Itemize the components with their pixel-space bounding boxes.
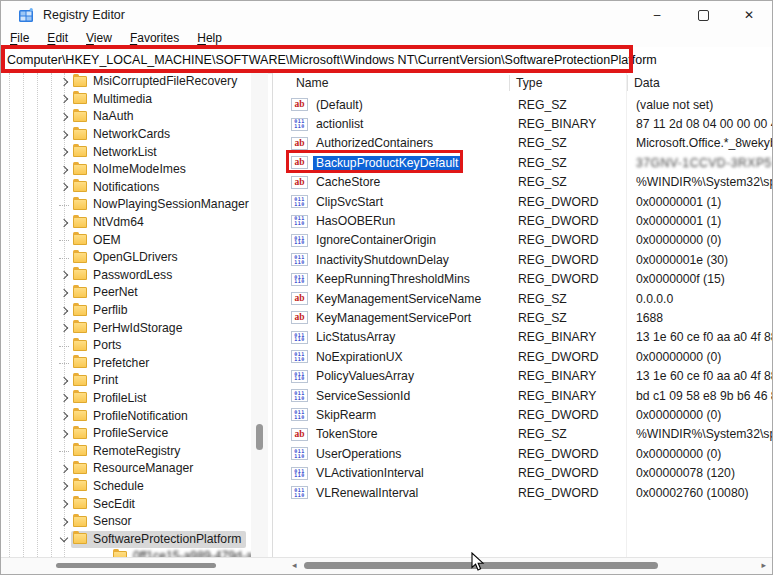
tree-item-networklist[interactable]: NetworkList — [1, 143, 251, 161]
tree-expander-chevron-right-icon[interactable] — [57, 75, 71, 89]
menu-item-file[interactable]: File — [1, 31, 38, 45]
tree-item-profilelist[interactable]: ProfileList — [1, 390, 251, 408]
tree-item-profileservice[interactable]: ProfileService — [1, 425, 251, 443]
tree-expander-chevron-right-icon[interactable] — [57, 304, 71, 318]
tree-expander-chevron-right-icon[interactable] — [57, 110, 71, 124]
tree-expander-chevron-right-icon[interactable] — [57, 145, 71, 159]
tree-item-networkcards[interactable]: NetworkCards — [1, 126, 251, 144]
column-header-separator[interactable] — [509, 75, 510, 91]
address-bar[interactable]: Computer\HKEY_LOCAL_MACHINE\SOFTWARE\Mic… — [1, 47, 772, 74]
menu-item-favorites[interactable]: Favorites — [121, 31, 188, 45]
tree-expander-chevron-right-icon[interactable] — [57, 497, 71, 511]
tree-expander-chevron-down-icon[interactable] — [57, 532, 71, 546]
tree-expander-chevron-right-icon[interactable] — [57, 286, 71, 300]
value-row-actionlist[interactable]: 011110actionlistREG_BINARY87 11 2d 08 04… — [273, 114, 772, 133]
value-row-vlrenewalinterval[interactable]: 011110VLRenewalIntervalREG_DWORD0x000027… — [273, 483, 772, 502]
tree-item-naauth[interactable]: NaAuth — [1, 108, 251, 126]
tree-item-softwareprotectionplatform[interactable]: SoftwareProtectionPlatform — [1, 530, 251, 548]
column-header-separator[interactable] — [627, 75, 628, 91]
tree-expander-chevron-right-icon[interactable] — [57, 391, 71, 405]
tree-item-nowplayingsessionmanager[interactable]: NowPlayingSessionManager — [1, 196, 251, 214]
tree-expander-chevron-right-icon[interactable] — [57, 321, 71, 335]
tree-item-noimemodeimes[interactable]: NoImeModeImes — [1, 161, 251, 179]
tree-expander-chevron-right-icon[interactable] — [57, 374, 71, 388]
menu-item-edit[interactable]: Edit — [38, 31, 77, 45]
menu-item-help[interactable]: Help — [188, 31, 231, 45]
tree-item-print[interactable]: Print — [1, 372, 251, 390]
maximize-button[interactable] — [680, 1, 726, 29]
tree-item-secedit[interactable]: SecEdit — [1, 495, 251, 513]
value-name-cell: LicStatusArray — [313, 330, 518, 344]
value-type-cell: REG_SZ — [518, 427, 636, 441]
tree-item-sensor[interactable]: Sensor — [1, 513, 251, 531]
scroll-right-arrow-icon[interactable]: ▸ — [761, 560, 766, 570]
tree-item-label: Print — [93, 373, 118, 387]
tree-expander-chevron-right-icon[interactable] — [57, 462, 71, 476]
tree-item-profilenotification[interactable]: ProfileNotification — [1, 407, 251, 425]
value-row-keymanagementserviceport[interactable]: abKeyManagementServicePortREG_SZ1688 — [273, 308, 772, 327]
tree-item-label: NetworkCards — [93, 127, 170, 141]
value-row-cachestore[interactable]: abCacheStoreREG_SZ%WINDIR%\System32\spp — [273, 173, 772, 192]
value-row-authorizedcontainers[interactable]: abAuthorizedContainersREG_SZMicrosoft.Of… — [273, 134, 772, 153]
column-header-type[interactable]: Type — [516, 76, 542, 90]
tree-horizontal-scrollbar-thumb[interactable] — [56, 563, 216, 568]
minimize-button[interactable]: – — [634, 1, 680, 29]
scroll-left-arrow-icon[interactable]: ◂ — [292, 560, 297, 570]
column-header-name[interactable]: Name — [296, 76, 329, 90]
tree-expander-chevron-right-icon[interactable] — [57, 180, 71, 194]
tree-expander-chevron-right-icon[interactable] — [57, 128, 71, 142]
tree-item-ntvdm64[interactable]: NtVdm64 — [1, 214, 251, 232]
tree-expander-chevron-right-icon[interactable] — [57, 479, 71, 493]
tree-item-resourcemanager[interactable]: ResourceManager — [1, 460, 251, 478]
value-row-(default)[interactable]: ab(Default)REG_SZ(value not set) — [273, 95, 772, 114]
tree-item-msicorruptedfilerecovery[interactable]: MsiCorruptedFileRecovery — [1, 73, 251, 91]
value-row-keeprunningthresholdmins[interactable]: 011110KeepRunningThresholdMinsREG_DWORD0… — [273, 270, 772, 289]
value-row-skiprearm[interactable]: 011110SkipRearmREG_DWORD0x00000000 (0) — [273, 405, 772, 424]
value-row-policyvaluesarray[interactable]: 011110PolicyValuesArrayREG_BINARY13 1e 6… — [273, 366, 772, 385]
tree-expander-chevron-right-icon[interactable] — [57, 268, 71, 282]
tree-item-perflib[interactable]: Perflib — [1, 302, 251, 320]
tree-expander-chevron-right-icon[interactable] — [57, 92, 71, 106]
value-row-noexpirationux[interactable]: 011110NoExpirationUXREG_DWORD0x00000000 … — [273, 347, 772, 366]
tree-expander-chevron-right-icon[interactable] — [57, 163, 71, 177]
tree-expander-chevron-right-icon[interactable] — [57, 515, 71, 529]
tree-item-opengldrivers[interactable]: OpenGLDrivers — [1, 249, 251, 267]
value-row-clipsvcstart[interactable]: 011110ClipSvcStartREG_DWORD0x00000001 (1… — [273, 192, 772, 211]
value-row-useroperations[interactable]: 011110UserOperationsREG_DWORD0x00000000 … — [273, 444, 772, 463]
value-row-keymanagementservicename[interactable]: abKeyManagementServiceNameREG_SZ0.0.0.0 — [273, 289, 772, 308]
tree-item-schedule[interactable]: Schedule — [1, 478, 251, 496]
folder-icon — [73, 217, 87, 228]
value-row-tokenstore[interactable]: abTokenStoreREG_SZ%WINDIR%\System32\spp — [273, 425, 772, 444]
tree-item-peernet[interactable]: PeerNet — [1, 284, 251, 302]
tree-item-perhwidstorage[interactable]: PerHwIdStorage — [1, 319, 251, 337]
string-value-icon: ab — [291, 176, 308, 189]
value-row-inactivityshutdowndelay[interactable]: 011110InactivityShutdownDelayREG_DWORD0x… — [273, 250, 772, 269]
value-row-vlactivationinterval[interactable]: 011110VLActivationIntervalREG_DWORD0x000… — [273, 463, 772, 482]
tree-expander-chevron-right-icon[interactable] — [57, 409, 71, 423]
value-row-ignorecontainerorigin[interactable]: 011110IgnoreContainerOriginREG_DWORD0x00… — [273, 231, 772, 250]
tree-vertical-scrollbar-thumb[interactable] — [256, 424, 263, 450]
list-horizontal-scrollbar-thumb[interactable] — [304, 562, 658, 569]
tree-item-0ff1ce15-a989-479d-af46-f275c6370663[interactable]: 0ff1ce15-a989-479d-af46-f275c6370663 — [1, 548, 251, 557]
tree-item-passwordless[interactable]: PasswordLess — [1, 267, 251, 285]
tree-item-remoteregistry[interactable]: RemoteRegistry — [1, 442, 251, 460]
value-name-cell: KeyManagementServicePort — [313, 311, 518, 325]
menu-item-view[interactable]: View — [77, 31, 121, 45]
binary-value-icon: 011110 — [291, 467, 308, 480]
tree-vertical-scrollbar[interactable] — [251, 73, 268, 557]
tree-expander-chevron-right-icon[interactable] — [57, 427, 71, 441]
close-button[interactable]: ✕ — [726, 1, 772, 29]
value-row-servicesessionid[interactable]: 011110ServiceSessionIdREG_BINARYbd c1 09… — [273, 386, 772, 405]
value-row-hasooberun[interactable]: 011110HasOOBERunREG_DWORD0x00000001 (1) — [273, 211, 772, 230]
value-row-licstatusarray[interactable]: 011110LicStatusArrayREG_BINARY13 1e 60 c… — [273, 328, 772, 347]
value-type-cell: REG_DWORD — [518, 214, 636, 228]
tree-item-prefetcher[interactable]: Prefetcher — [1, 355, 251, 373]
tree-item-multimedia[interactable]: Multimedia — [1, 91, 251, 109]
tree-item-notifications[interactable]: Notifications — [1, 179, 251, 197]
tree-item-ports[interactable]: Ports — [1, 337, 251, 355]
value-data-cell: 0.0.0.0 — [636, 292, 772, 306]
value-row-backupproductkeydefault[interactable]: abBackupProductKeyDefaultREG_SZ37GNV-1CC… — [273, 153, 772, 172]
column-header-data[interactable]: Data — [634, 76, 660, 90]
tree-item-oem[interactable]: OEM — [1, 231, 251, 249]
tree-expander-chevron-right-icon[interactable] — [57, 216, 71, 230]
